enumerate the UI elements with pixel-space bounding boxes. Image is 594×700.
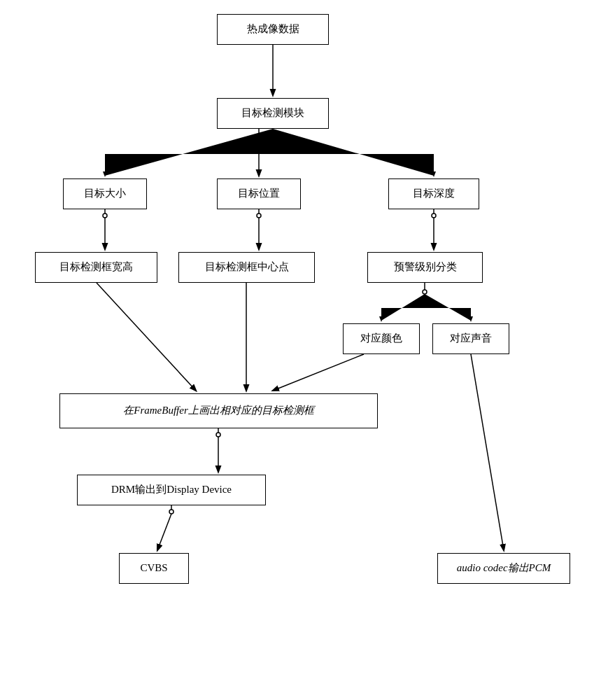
node-color: 对应颜色 xyxy=(343,323,420,354)
svg-point-17 xyxy=(216,433,220,437)
node-detect-module: 目标检测模块 xyxy=(217,98,329,129)
node-audio: audio codec输出PCM xyxy=(437,553,570,584)
node-drm: DRM输出到Display Device xyxy=(77,475,266,505)
svg-line-22 xyxy=(471,354,504,550)
diagram: 热成像数据 目标检测模块 目标大小 目标位置 目标深度 目标检测框宽高 目标检测… xyxy=(0,0,594,700)
svg-line-15 xyxy=(273,354,364,391)
svg-point-20 xyxy=(169,510,174,514)
node-thermal: 热成像数据 xyxy=(217,14,329,45)
node-framebuffer: 在FrameBuffer上画出相对应的目标检测框 xyxy=(59,393,378,428)
node-size: 目标大小 xyxy=(63,178,147,209)
node-warning: 预警级别分类 xyxy=(367,252,483,283)
svg-line-13 xyxy=(97,283,196,391)
svg-point-9 xyxy=(432,214,436,218)
node-size-wh: 目标检测框宽高 xyxy=(35,252,157,283)
svg-point-3 xyxy=(103,214,107,218)
svg-line-21 xyxy=(157,514,171,550)
node-sound: 对应声音 xyxy=(432,323,509,354)
node-cvbs: CVBS xyxy=(119,553,189,584)
node-position: 目标位置 xyxy=(217,178,301,209)
svg-point-6 xyxy=(257,214,261,218)
node-depth: 目标深度 xyxy=(388,178,479,209)
node-center: 目标检测框中心点 xyxy=(178,252,315,283)
svg-point-12 xyxy=(423,290,427,294)
